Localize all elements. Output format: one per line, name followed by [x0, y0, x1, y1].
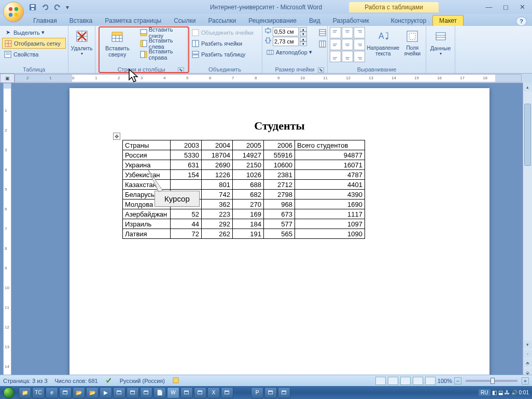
- table-cell[interactable]: 2381: [264, 170, 295, 180]
- view-web[interactable]: [400, 377, 411, 385]
- table-cell[interactable]: 154: [171, 170, 202, 180]
- table-cell[interactable]: 4401: [295, 180, 365, 190]
- col-width-input[interactable]: [273, 37, 299, 46]
- table-cell[interactable]: 16071: [295, 160, 365, 170]
- table-cell[interactable]: 968: [264, 200, 295, 209]
- page[interactable]: Студенты ✥ Страны2003200420052006Всего с…: [69, 88, 489, 378]
- table-cell[interactable]: 5330: [171, 150, 202, 160]
- align-mc[interactable]: [342, 39, 353, 50]
- task-app6[interactable]: 🗔: [180, 387, 193, 398]
- table-cell[interactable]: 169: [233, 209, 264, 219]
- qat-save-icon[interactable]: [27, 2, 38, 13]
- table-cell[interactable]: 362: [202, 200, 233, 209]
- task-ppt[interactable]: P: [251, 387, 263, 398]
- task-app1[interactable]: 🗔: [59, 387, 72, 398]
- tray-volume-icon[interactable]: 🔊: [511, 390, 517, 395]
- split-table-button[interactable]: Разбить таблицу: [190, 49, 255, 60]
- tab-mailings[interactable]: Рассылки: [202, 16, 242, 26]
- tab-layout[interactable]: Макет: [432, 15, 464, 26]
- scroll-down-icon[interactable]: ▾: [523, 340, 532, 349]
- align-tr[interactable]: [354, 27, 365, 38]
- height-down[interactable]: ▾: [300, 32, 307, 36]
- status-words[interactable]: Число слов: 681: [55, 378, 98, 384]
- task-excel[interactable]: X: [207, 387, 220, 398]
- table-cell[interactable]: 1090: [295, 229, 365, 239]
- table-cell[interactable]: 184: [233, 219, 264, 229]
- scroll-thumb[interactable]: [524, 104, 531, 166]
- align-bc[interactable]: [342, 51, 353, 62]
- tab-design[interactable]: Конструктор: [385, 16, 432, 26]
- align-ml[interactable]: [330, 39, 341, 50]
- status-lang[interactable]: Русский (Россия): [120, 378, 165, 384]
- table-row[interactable]: Россия533018704149275591694877: [123, 150, 365, 160]
- tab-references[interactable]: Ссылки: [167, 16, 202, 26]
- task-word[interactable]: W: [167, 387, 179, 398]
- close-button[interactable]: ✕: [515, 3, 529, 11]
- cell-margins-button[interactable]: Поля ячейки: [401, 27, 424, 58]
- table-row[interactable]: Латвия722621915651090: [123, 229, 365, 239]
- view-full-screen[interactable]: [388, 377, 398, 385]
- view-print-layout[interactable]: [375, 377, 386, 385]
- qat-dropdown-icon[interactable]: ▾: [64, 2, 71, 13]
- properties-button[interactable]: Свойства: [2, 49, 66, 60]
- table-cell[interactable]: 18704: [202, 150, 233, 160]
- scroll-up-icon[interactable]: ▴: [523, 83, 532, 91]
- system-tray[interactable]: RU ◧ ⬓ 🖧 🔊 0:01: [477, 389, 531, 396]
- table-cell[interactable]: 1690: [295, 200, 365, 209]
- table-cell[interactable]: Латвия: [123, 229, 171, 239]
- prev-page-icon[interactable]: ⬘: [523, 359, 532, 367]
- autofit-button[interactable]: Автоподбор ▾: [264, 47, 314, 58]
- task-ie[interactable]: e: [46, 387, 58, 398]
- status-proofing-icon[interactable]: [105, 377, 113, 385]
- task-folder2[interactable]: 📂: [86, 387, 99, 398]
- table-move-handle[interactable]: ✥: [113, 133, 120, 140]
- table-cell[interactable]: 4390: [295, 190, 365, 200]
- tab-view[interactable]: Вид: [303, 16, 327, 26]
- table-header-cell[interactable]: 2006: [264, 140, 295, 150]
- align-br[interactable]: [354, 51, 365, 62]
- table-cell[interactable]: Россия: [123, 150, 171, 160]
- task-app2[interactable]: 🗔: [113, 387, 125, 398]
- zoom-in-button[interactable]: +: [522, 377, 529, 384]
- table-cell[interactable]: Израиль: [123, 219, 171, 229]
- tab-developer[interactable]: Разработчик: [327, 16, 375, 26]
- tray-network-icon[interactable]: 🖧: [505, 390, 510, 395]
- tab-review[interactable]: Рецензирование: [242, 16, 303, 26]
- zoom-level[interactable]: 100%: [438, 378, 452, 384]
- task-app4[interactable]: 🗔: [140, 387, 152, 398]
- browse-object-icon[interactable]: ◦: [523, 350, 532, 358]
- zoom-slider[interactable]: [466, 380, 517, 382]
- task-folder1[interactable]: 📂: [73, 387, 85, 398]
- help-button[interactable]: ?: [516, 17, 527, 26]
- table-cell[interactable]: 688: [233, 180, 264, 190]
- width-up[interactable]: ▴: [300, 37, 307, 41]
- task-wmp[interactable]: ▶: [100, 387, 112, 398]
- table-header-cell[interactable]: 2004: [202, 140, 233, 150]
- table-header-cell[interactable]: Всего студентов: [295, 140, 365, 150]
- table-cell[interactable]: 1097: [295, 219, 365, 229]
- table-cell[interactable]: 55916: [264, 150, 295, 160]
- view-draft[interactable]: [425, 377, 436, 385]
- status-macro-icon[interactable]: [172, 377, 179, 385]
- start-button[interactable]: [0, 386, 18, 399]
- table-row[interactable]: Израиль442921845771097: [123, 219, 365, 229]
- table-cell[interactable]: 292: [202, 219, 233, 229]
- distribute-cols-button[interactable]: [317, 38, 328, 49]
- vertical-scrollbar[interactable]: ▴ ▾ ◦ ⬘ ⬙: [523, 83, 532, 377]
- delete-button[interactable]: Удалить▾: [71, 27, 93, 57]
- table-row[interactable]: Украина631269021501060016071: [123, 160, 365, 170]
- table-header-cell[interactable]: 2005: [233, 140, 264, 150]
- task-tc[interactable]: TC: [32, 387, 45, 398]
- width-down[interactable]: ▾: [300, 41, 307, 46]
- table-cell[interactable]: 631: [171, 160, 202, 170]
- view-outline[interactable]: [413, 377, 423, 385]
- table-cell[interactable]: 4787: [295, 170, 365, 180]
- cellsize-launcher[interactable]: ⬊: [318, 67, 324, 73]
- data-table[interactable]: Страны2003200420052006Всего студентовРос…: [122, 140, 365, 239]
- horizontal-ruler[interactable]: 3210123456789101112131415161718: [15, 74, 522, 82]
- tray-icon2[interactable]: ⬓: [498, 390, 503, 395]
- table-cell[interactable]: Украина: [123, 160, 171, 170]
- table-cell[interactable]: [171, 180, 202, 190]
- table-cell[interactable]: 673: [264, 209, 295, 219]
- table-cell[interactable]: 2690: [202, 160, 233, 170]
